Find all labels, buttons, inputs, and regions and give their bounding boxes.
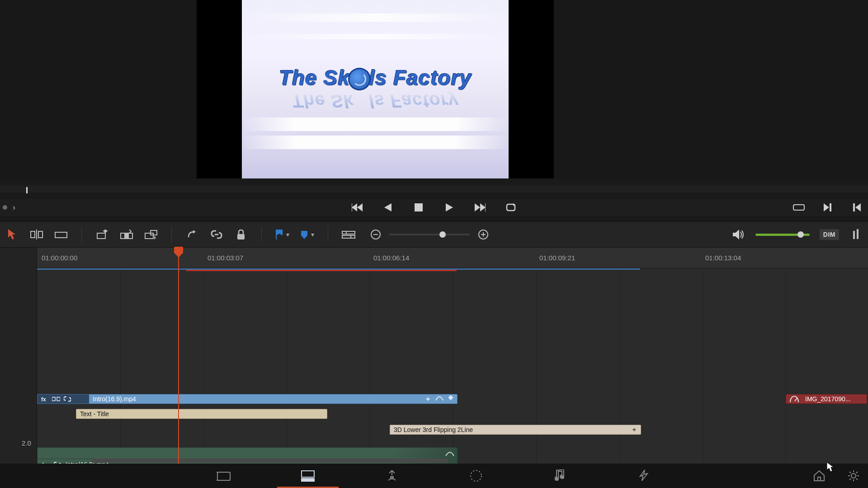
svg-rect-5 — [853, 203, 855, 211]
lower-third-clip[interactable]: 3D Lower 3rd Flipping 2Line ✦ — [390, 425, 641, 435]
clip-controls[interactable]: fx — [38, 394, 89, 404]
prev-clip-button[interactable] — [850, 201, 863, 214]
zoom-in-icon[interactable] — [476, 228, 490, 241]
video-clip[interactable]: fx Intro(16.9).mp4 ✦ — [37, 394, 458, 404]
meters-icon[interactable] — [849, 228, 863, 241]
edit-page-icon[interactable] — [300, 468, 316, 484]
dim-button[interactable]: DIM — [820, 229, 839, 240]
svg-rect-33 — [448, 395, 453, 400]
loop-button[interactable] — [504, 201, 518, 214]
svg-point-42 — [555, 477, 559, 481]
stop-button[interactable] — [412, 201, 425, 214]
next-clip-button[interactable] — [821, 201, 835, 214]
clip-right-icons[interactable]: ✦ — [425, 395, 453, 404]
flag-picker[interactable]: ▾ — [275, 230, 289, 239]
timeline-view-icon[interactable] — [342, 228, 355, 241]
insert-clip-icon[interactable] — [95, 228, 109, 241]
ruler-timecode: 01:00:13:04 — [705, 254, 741, 262]
timeline-ruler[interactable]: 01:00:00:00 01:00:03:07 01:00:06:14 01:0… — [37, 248, 868, 268]
svg-rect-38 — [302, 471, 314, 477]
svg-rect-29 — [857, 229, 859, 239]
lock-icon[interactable] — [234, 228, 248, 241]
home-icon[interactable] — [811, 468, 827, 484]
replace-clip-icon[interactable] — [144, 228, 158, 241]
play-button[interactable] — [443, 201, 456, 214]
transition-in-icon: ✦ — [425, 395, 431, 404]
logo-text-right: ls Factory — [369, 66, 472, 89]
preview-logo-reflection: The Sk ls Factory — [242, 90, 509, 112]
logo-orb-icon — [348, 68, 371, 90]
marker-icon — [300, 230, 308, 239]
go-first-button[interactable] — [350, 201, 364, 214]
svg-rect-0 — [352, 203, 352, 211]
image-clip[interactable]: IMG_2017090... — [786, 394, 867, 404]
dynamic-trim-icon[interactable] — [185, 228, 199, 241]
fade-curve-icon[interactable] — [445, 450, 454, 459]
color-page-icon[interactable] — [468, 468, 484, 484]
svg-rect-32 — [57, 397, 60, 401]
mouse-cursor-icon — [826, 462, 835, 473]
zoom-control[interactable] — [369, 228, 490, 241]
clip-label: IMG_2017090... — [802, 395, 850, 403]
blade-tool-icon[interactable] — [54, 228, 68, 241]
chevron-down-icon: ▾ — [286, 231, 289, 238]
fusion-page-icon[interactable] — [384, 468, 400, 484]
svg-rect-7 — [38, 231, 42, 238]
clip-label: Intro(16.9).mp4 — [89, 395, 136, 403]
trim-tool-icon[interactable] — [30, 228, 43, 241]
svg-rect-1 — [415, 203, 423, 211]
svg-rect-2 — [485, 203, 486, 211]
page-bar — [0, 464, 868, 488]
svg-rect-31 — [52, 397, 55, 401]
keyframe-icon — [448, 395, 453, 400]
mini-scrubber[interactable] — [0, 185, 868, 192]
svg-rect-35 — [217, 472, 230, 480]
tracks-area[interactable]: fx Intro(16.9).mp4 ✦ Text - Title 3D Low… — [37, 271, 868, 464]
go-last-button[interactable] — [473, 201, 487, 214]
svg-point-41 — [471, 470, 481, 481]
settings-gear-icon[interactable] — [845, 468, 862, 484]
title-clip[interactable]: Text - Title — [76, 409, 327, 419]
chevron-down-icon: ▾ — [311, 231, 314, 238]
speaker-icon[interactable] — [732, 228, 745, 241]
fx-icon: fx — [41, 396, 48, 402]
svg-rect-19 — [342, 231, 355, 234]
link-icon[interactable] — [210, 228, 223, 241]
svg-rect-17 — [237, 234, 245, 239]
transport-bar: › — [0, 199, 868, 216]
svg-rect-4 — [830, 203, 831, 211]
svg-rect-39 — [302, 479, 314, 481]
match-frame-button[interactable] — [792, 201, 806, 214]
deliver-page-icon[interactable] — [636, 468, 652, 484]
horizontal-scrollbar[interactable] — [91, 459, 448, 463]
svg-rect-15 — [145, 233, 153, 239]
svg-point-43 — [561, 475, 564, 479]
link-icon — [64, 396, 71, 402]
fairlight-page-icon[interactable] — [552, 468, 568, 484]
step-back-button[interactable] — [381, 201, 395, 214]
audio-gain-label: 2.0 — [22, 439, 31, 447]
viewer-area: The Skls Factory The Sk ls Factory — [0, 0, 868, 178]
logo-text-left: The Sk — [279, 66, 350, 89]
playhead[interactable] — [178, 248, 179, 464]
expand-chevron-icon[interactable]: › — [13, 203, 15, 212]
overwrite-clip-icon[interactable] — [120, 228, 133, 241]
retime-icon — [52, 396, 60, 402]
mini-scrubber-playhead[interactable] — [26, 187, 28, 193]
timeline: 2.0 01:00:00:00 01:00:03:07 01:00:06:14 … — [0, 248, 868, 464]
svg-text:fx: fx — [41, 396, 46, 402]
selection-tool-icon[interactable] — [5, 228, 19, 241]
volume-slider[interactable] — [755, 234, 810, 236]
record-indicator-icon — [3, 205, 7, 210]
marker-picker[interactable]: ▾ — [300, 230, 314, 239]
preview-frame[interactable]: The Skls Factory The Sk ls Factory — [242, 0, 509, 178]
clip-expand-icon[interactable]: ✦ — [632, 426, 637, 433]
flag-icon — [275, 230, 283, 239]
zoom-out-icon[interactable] — [369, 228, 382, 241]
edit-toolbar: ▾ ▾ DIM — [0, 221, 868, 248]
zoom-slider[interactable] — [389, 234, 470, 235]
clip-label: 3D Lower 3rd Flipping 2Line — [390, 426, 473, 433]
track-headers[interactable]: 2.0 — [0, 248, 37, 464]
ruler-timecode: 01:00:03:07 — [208, 254, 243, 262]
media-page-icon[interactable] — [216, 468, 232, 484]
